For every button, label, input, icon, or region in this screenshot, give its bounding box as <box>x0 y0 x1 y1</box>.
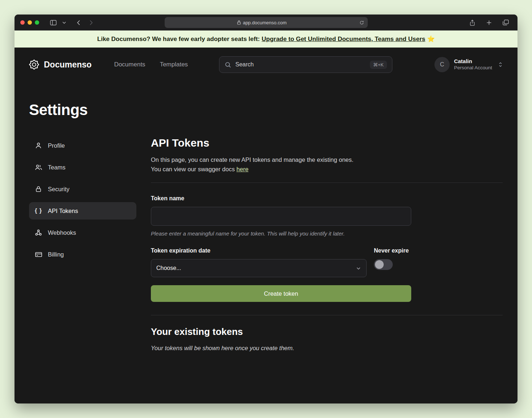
credit-card-icon <box>34 251 42 258</box>
swagger-docs-link[interactable]: here <box>236 166 248 172</box>
section-description: On this page, you can create new API tok… <box>151 155 503 174</box>
zoom-window-button[interactable] <box>35 20 39 25</box>
search-icon <box>224 61 231 68</box>
token-name-label: Token name <box>151 195 503 202</box>
close-window-button[interactable] <box>20 20 25 25</box>
main-nav: Documents Templates <box>114 61 188 68</box>
sidebar-item-api-tokens[interactable]: { } API Tokens <box>29 202 136 220</box>
share-icon[interactable] <box>466 19 478 26</box>
toggle-knob <box>375 260 384 269</box>
browser-toolbar: app.documenso.com <box>15 15 517 30</box>
upgrade-link[interactable]: Upgrade to Get Unlimited Documents, Team… <box>262 36 425 43</box>
expiration-label: Token expiration date <box>151 247 367 254</box>
account-type: Personal Account <box>454 65 492 71</box>
nav-templates[interactable]: Templates <box>160 61 188 68</box>
banner-text: Like Documenso? We have few early adopte… <box>97 36 260 43</box>
address-bar[interactable]: app.documenso.com <box>165 17 368 28</box>
minimize-window-button[interactable] <box>28 20 32 25</box>
sidebar-toggle-icon[interactable] <box>47 20 59 25</box>
forward-button[interactable] <box>87 20 96 25</box>
description-line-2: You can view our swagger docs <box>151 166 235 172</box>
divider <box>151 183 503 183</box>
desktop-background: app.documenso.com <box>0 0 532 418</box>
search-shortcut-badge: ⌘+K <box>370 61 387 69</box>
sidebar-item-teams[interactable]: Teams <box>29 159 136 176</box>
nav-documents[interactable]: Documents <box>114 61 145 68</box>
divider <box>151 315 503 315</box>
description-line-1: On this page, you can create new API tok… <box>151 156 354 163</box>
star-emoji: ⭐ <box>427 35 435 43</box>
expiration-selected-value: Choose... <box>156 265 181 271</box>
url-text: app.documenso.com <box>243 20 287 25</box>
never-expire-label: Never expire <box>374 247 409 254</box>
toolbar-right-icons <box>466 19 512 26</box>
sidebar-item-label: Teams <box>48 164 66 171</box>
back-button[interactable] <box>74 20 83 25</box>
traffic-lights <box>20 20 39 25</box>
token-name-input[interactable] <box>151 207 411 226</box>
user-name: Catalin <box>454 58 492 65</box>
braces-icon: { } <box>34 208 42 214</box>
refresh-icon[interactable] <box>359 20 368 25</box>
search-placeholder: Search <box>235 61 254 68</box>
account-menu[interactable]: C Catalin Personal Account <box>434 57 503 72</box>
never-expire-toggle[interactable] <box>374 259 393 270</box>
create-token-button[interactable]: Create token <box>151 285 411 302</box>
documenso-logo-icon <box>29 60 39 70</box>
settings-sidebar: Profile Teams <box>29 137 136 352</box>
new-tab-icon[interactable] <box>483 20 495 25</box>
sidebar-item-label: Security <box>48 186 70 193</box>
brand-name: Documenso <box>44 60 92 70</box>
sidebar-chevron-down-icon[interactable] <box>59 21 69 24</box>
sidebar-item-label: API Tokens <box>48 208 78 214</box>
sidebar-item-label: Profile <box>48 142 65 149</box>
sidebar-item-label: Webhooks <box>48 229 76 236</box>
sidebar-item-security[interactable]: Security <box>29 180 136 198</box>
tabs-overview-icon[interactable] <box>500 20 512 25</box>
avatar: C <box>434 57 450 72</box>
sidebar-item-webhooks[interactable]: Webhooks <box>29 224 136 241</box>
user-icon <box>34 142 42 149</box>
app-root: Documenso Documents Templates Search ⌘+K… <box>15 48 517 403</box>
search-input[interactable]: Search ⌘+K <box>219 56 392 73</box>
sidebar-item-billing[interactable]: Billing <box>29 246 136 263</box>
app-header: Documenso Documents Templates Search ⌘+K… <box>15 48 517 82</box>
existing-tokens-heading: Your existing tokens <box>151 326 503 337</box>
lock-icon <box>237 20 241 25</box>
chevron-down-icon <box>356 266 361 271</box>
promo-banner: Like Documenso? We have few early adopte… <box>15 30 517 48</box>
webhook-icon <box>34 229 42 236</box>
api-tokens-panel: API Tokens On this page, you can create … <box>151 137 503 352</box>
users-icon <box>34 164 42 171</box>
expiration-select[interactable]: Choose... <box>151 259 367 277</box>
token-name-helper: Please enter a meaningful name for your … <box>151 230 503 237</box>
settings-page: Settings Profile <box>15 101 517 352</box>
lock-icon <box>34 185 42 193</box>
chevrons-up-down-icon <box>498 61 503 68</box>
page-title: Settings <box>29 101 503 119</box>
section-heading: API Tokens <box>151 137 503 149</box>
brand[interactable]: Documenso <box>29 60 92 70</box>
existing-tokens-empty-text: Your tokens will be shown here once you … <box>151 345 503 352</box>
sidebar-item-profile[interactable]: Profile <box>29 137 136 154</box>
browser-window: app.documenso.com <box>15 15 517 403</box>
sidebar-item-label: Billing <box>48 251 64 258</box>
